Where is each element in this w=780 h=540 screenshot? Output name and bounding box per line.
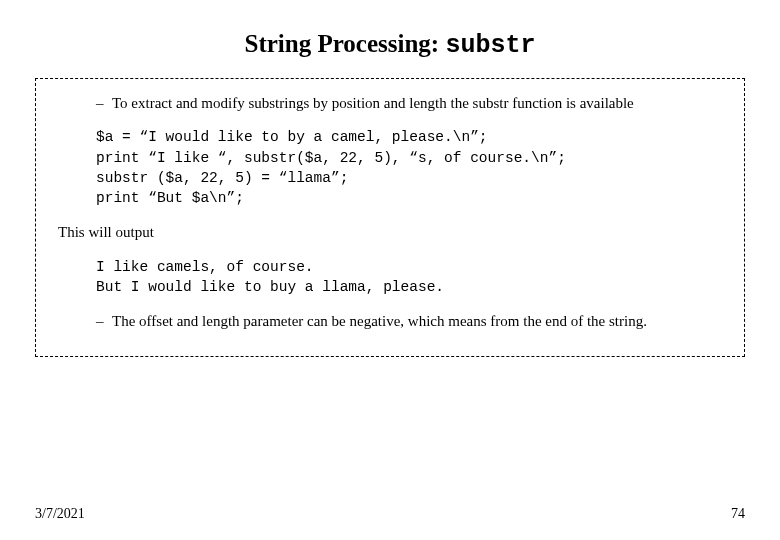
bullet-intro: – To extract and modify substrings by po… <box>96 93 722 113</box>
slide-title: String Processing: substr <box>35 30 745 60</box>
output-intro: This will output <box>58 222 722 242</box>
bullet-note: – The offset and length parameter can be… <box>96 311 722 331</box>
bullet-dash: – <box>96 311 112 331</box>
code-output: I like camels, of course. But I would li… <box>96 257 722 298</box>
footer-page: 74 <box>731 506 745 522</box>
bullet-note-text: The offset and length parameter can be n… <box>112 311 722 331</box>
content-box: – To extract and modify substrings by po… <box>35 78 745 357</box>
footer-date: 3/7/2021 <box>35 506 85 522</box>
footer: 3/7/2021 74 <box>35 506 745 522</box>
title-code: substr <box>445 31 535 60</box>
bullet-dash: – <box>96 93 112 113</box>
code-example-1: $a = “I would like to by a camel, please… <box>96 127 722 208</box>
title-text: String Processing: <box>245 30 446 57</box>
bullet-intro-text: To extract and modify substrings by posi… <box>112 93 722 113</box>
